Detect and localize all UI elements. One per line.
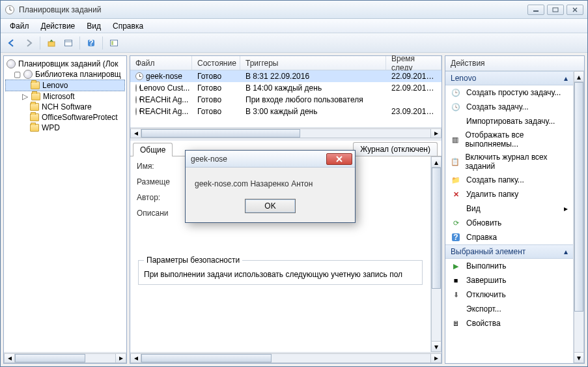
action-export[interactable]: Экспорт... — [445, 302, 573, 316]
scroll-up-icon[interactable]: ▴ — [574, 71, 584, 82]
tree-item-wpd[interactable]: WPD — [5, 123, 125, 133]
import-icon — [451, 116, 461, 126]
scroll-left-icon[interactable]: ◂ — [130, 353, 141, 363]
scroll-left-icon[interactable]: ◂ — [4, 353, 15, 363]
tree-item-lenovo[interactable]: Lenovo — [5, 80, 125, 91]
window-title: Планировщик заданий — [19, 5, 527, 14]
actions-group-context[interactable]: Lenovo ▴ — [445, 71, 573, 85]
collapse-icon[interactable]: ▴ — [564, 247, 568, 256]
col-next-run[interactable]: Время следу — [386, 56, 441, 70]
task-icon — [135, 108, 137, 115]
table-row[interactable]: Lenovo Cust... Готово В 14:00 каждый ден… — [130, 82, 441, 94]
tree-item-nch[interactable]: NCH Software — [5, 102, 125, 112]
scroll-right-icon[interactable]: ▸ — [430, 128, 441, 138]
action-disable[interactable]: ⬇Отключить — [445, 287, 573, 302]
scroll-down-icon[interactable]: ▾ — [431, 341, 441, 352]
help-icon: ? — [451, 232, 461, 242]
svg-rect-8 — [65, 40, 72, 46]
col-state[interactable]: Состояние — [192, 56, 240, 70]
action-show-all-running[interactable]: ▥Отображать все выполняемы... — [445, 128, 573, 151]
tree[interactable]: Планировщик заданий (Лок ▢ Библиотека пл… — [4, 56, 126, 352]
help-button[interactable]: ? — [84, 36, 98, 50]
view-button[interactable] — [61, 36, 76, 50]
menu-help[interactable]: Справка — [107, 20, 148, 32]
action-enable-history[interactable]: 📋Включить журнал всех заданий — [445, 151, 573, 173]
action-label: Включить журнал всех заданий — [465, 153, 568, 171]
minimize-button[interactable] — [527, 5, 544, 15]
action-end[interactable]: ■Завершить — [445, 273, 573, 287]
action-import-task[interactable]: Импортировать задачу... — [445, 114, 573, 128]
action-create-basic-task[interactable]: 🕒Создать простую задачу... — [445, 85, 573, 100]
table-row[interactable]: REACHit Ag... Готово В 3:00 каждый день … — [130, 106, 441, 117]
scroll-right-icon[interactable]: ▸ — [430, 353, 441, 363]
tab-general[interactable]: Общие — [133, 143, 173, 156]
action-view[interactable]: Вид▸ — [445, 201, 573, 216]
toolbar-separator — [102, 37, 103, 50]
tree-library[interactable]: ▢ Библиотека планировщ — [5, 69, 125, 80]
tree-item-label: NCH Software — [42, 102, 92, 111]
toolbar: ? — [1, 33, 587, 53]
action-refresh[interactable]: ⟳Обновить — [445, 216, 573, 230]
table-row[interactable]: REACHit Ag... Готово При входе любого по… — [130, 94, 441, 106]
refresh-view-button[interactable] — [107, 36, 121, 50]
running-icon: ▥ — [451, 134, 460, 145]
tree-root[interactable]: Планировщик заданий (Лок — [5, 59, 125, 69]
scroll-up-icon[interactable]: ▴ — [431, 156, 441, 168]
collapse-icon[interactable]: ▢ — [13, 70, 21, 79]
expand-icon[interactable]: ▷ — [21, 92, 29, 101]
tree-item-office[interactable]: OfficeSoftwareProtect — [5, 112, 125, 123]
up-button[interactable] — [44, 36, 59, 50]
col-file[interactable]: Файл — [130, 56, 192, 70]
tree-hscrollbar[interactable]: ◂ ▸ — [4, 352, 126, 363]
action-delete-folder[interactable]: ✕Удалить папку — [445, 187, 573, 201]
back-button[interactable] — [5, 36, 19, 50]
action-help[interactable]: ?Справка — [445, 230, 573, 244]
refresh-icon: ⟳ — [451, 218, 461, 228]
action-run[interactable]: ▶Выполнить — [445, 259, 573, 273]
svg-rect-7 — [48, 42, 55, 46]
action-label: Импортировать задачу... — [466, 117, 555, 126]
col-triggers[interactable]: Триггеры — [240, 56, 386, 70]
scroll-left-icon[interactable]: ◂ — [130, 128, 141, 138]
group-label: Выбранный элемент — [451, 247, 525, 256]
tree-root-label: Планировщик заданий (Лок — [18, 59, 119, 68]
details-vscrollbar[interactable]: ▴ ▾ — [430, 156, 441, 352]
action-new-folder[interactable]: 📁Создать папку... — [445, 173, 573, 187]
actions-vscrollbar[interactable]: ▴ ▾ — [573, 71, 584, 363]
task-icon — [135, 84, 137, 92]
tree-item-label: Lenovo — [42, 81, 68, 90]
export-icon — [451, 304, 461, 314]
action-properties[interactable]: 🗏Свойства — [445, 316, 573, 330]
menu-file[interactable]: Файл — [5, 20, 35, 32]
svg-rect-13 — [111, 41, 113, 45]
task-rows: geek-nose Готово В 8:31 22.09.2016 22.09… — [130, 70, 441, 127]
folder-icon — [30, 103, 39, 111]
actions-group-selected[interactable]: Выбранный элемент ▴ — [445, 244, 573, 259]
forward-button[interactable] — [21, 36, 36, 50]
actions-header: Действия — [445, 56, 584, 71]
collapse-icon[interactable]: ▴ — [564, 74, 568, 83]
close-button[interactable] — [567, 5, 583, 15]
ok-button[interactable]: OK — [245, 199, 296, 213]
action-create-task[interactable]: 🕓Создать задачу... — [445, 100, 573, 114]
task-state: Готово — [192, 107, 240, 116]
task-trigger: В 8:31 22.09.2016 — [240, 72, 386, 81]
task-list: Файл Состояние Триггеры Время следу geek… — [130, 56, 441, 141]
tab-history[interactable]: Журнал (отключен) — [353, 142, 438, 156]
action-label: Удалить папку — [466, 190, 518, 199]
app-icon — [5, 5, 15, 15]
scroll-right-icon[interactable]: ▸ — [115, 353, 126, 363]
dialog-title-bar[interactable]: geek-nose — [186, 151, 355, 168]
list-hscrollbar[interactable]: ◂ ▸ — [130, 127, 441, 138]
toolbar-separator — [79, 37, 80, 50]
dialog-close-button[interactable] — [326, 153, 352, 165]
svg-text:?: ? — [89, 38, 93, 48]
toolbar-separator — [40, 37, 40, 50]
details-hscrollbar[interactable]: ◂ ▸ — [130, 352, 441, 363]
maximize-button[interactable] — [547, 5, 564, 15]
tree-item-microsoft[interactable]: ▷ Microsoft — [5, 91, 125, 102]
table-row[interactable]: geek-nose Готово В 8:31 22.09.2016 22.09… — [130, 70, 441, 82]
menu-view[interactable]: Вид — [81, 20, 106, 32]
menu-action[interactable]: Действие — [36, 20, 81, 32]
scroll-down-icon[interactable]: ▾ — [574, 352, 584, 363]
